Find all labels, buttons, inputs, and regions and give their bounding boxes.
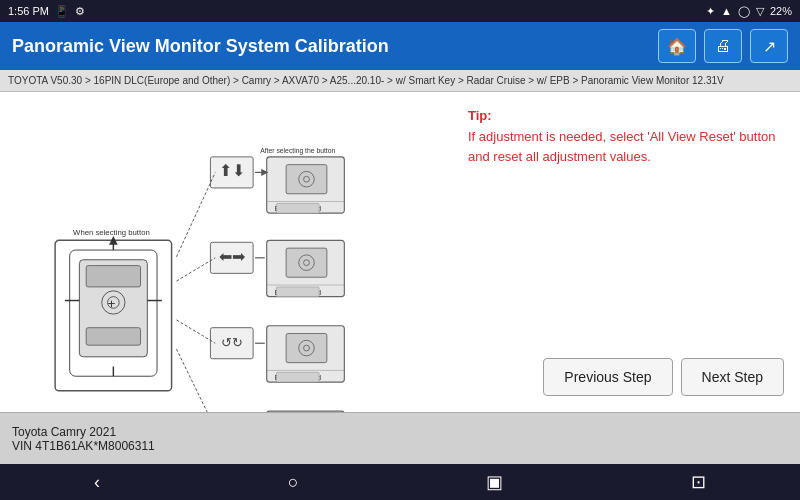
alarm-icon: ▽ (756, 5, 764, 18)
navigation-buttons: Previous Step Next Step (543, 358, 784, 396)
svg-text:+: + (108, 296, 116, 311)
next-step-button[interactable]: Next Step (681, 358, 784, 396)
main-content: When selecting button + ⬆⬇ (0, 92, 800, 412)
svg-text:↺↻: ↺↻ (221, 336, 243, 350)
calibration-diagram: When selecting button + ⬆⬇ (26, 92, 434, 412)
vehicle-info: Toyota Camry 2021 VIN 4T1B61AK*M8006311 (12, 425, 155, 453)
page-title: Panoramic View Monitor System Calibratio… (12, 36, 389, 57)
svg-line-56 (177, 320, 216, 343)
tip-text: If adjustment is needed, select 'All Vie… (468, 127, 784, 166)
svg-line-57 (177, 349, 216, 412)
recent-apps-button[interactable]: ▣ (462, 467, 527, 497)
bottom-navigation-bar: ‹ ○ ▣ ⊡ (0, 464, 800, 500)
home-nav-button[interactable]: ○ (264, 468, 323, 497)
svg-text:⬆⬇: ⬆⬇ (219, 162, 245, 179)
svg-rect-5 (86, 328, 140, 345)
svg-rect-22 (277, 203, 320, 213)
svg-line-55 (177, 258, 216, 281)
svg-rect-17 (286, 165, 327, 194)
vehicle-vin: VIN 4T1B61AK*M8006311 (12, 439, 155, 453)
svg-rect-37 (286, 334, 327, 363)
footer: Toyota Camry 2021 VIN 4T1B61AK*M8006311 (0, 412, 800, 464)
svg-rect-46 (267, 411, 345, 412)
diagram-area: When selecting button + ⬆⬇ (0, 92, 460, 412)
svg-rect-4 (86, 266, 140, 287)
svg-rect-27 (286, 248, 327, 277)
device-icon: 📱 (55, 5, 69, 18)
tip-label: Tip: (468, 108, 784, 123)
svg-rect-42 (277, 372, 320, 382)
screenshot-button[interactable]: ⊡ (667, 467, 730, 497)
settings-icon: ⚙ (75, 5, 85, 18)
svg-line-54 (177, 172, 216, 256)
time-display: 1:56 PM (8, 5, 49, 17)
header-icons: 🏠 🖨 ↗ (658, 29, 788, 63)
status-bar: 1:56 PM 📱 ⚙ ✦ ▲ ◯ ▽ 22% (0, 0, 800, 22)
breadcrumb: TOYOTA V50.30 > 16PIN DLC(Europe and Oth… (0, 70, 800, 92)
back-button[interactable]: ‹ (70, 468, 124, 497)
breadcrumb-text: TOYOTA V50.30 > 16PIN DLC(Europe and Oth… (8, 75, 724, 86)
svg-text:When selecting button: When selecting button (73, 228, 150, 237)
home-button[interactable]: 🏠 (658, 29, 696, 63)
previous-step-button[interactable]: Previous Step (543, 358, 672, 396)
status-left: 1:56 PM 📱 ⚙ (8, 5, 85, 18)
battery-display: 22% (770, 5, 792, 17)
wifi-icon: ◯ (738, 5, 750, 18)
svg-text:⬅➡: ⬅➡ (219, 248, 245, 265)
svg-rect-32 (277, 287, 320, 297)
vehicle-name: Toyota Camry 2021 (12, 425, 155, 439)
status-right: ✦ ▲ ◯ ▽ 22% (706, 5, 792, 18)
export-button[interactable]: ↗ (750, 29, 788, 63)
bluetooth-icon: ✦ (706, 5, 715, 18)
svg-text:After selecting the button: After selecting the button (260, 147, 335, 155)
signal-icon: ▲ (721, 5, 732, 17)
print-button[interactable]: 🖨 (704, 29, 742, 63)
header: Panoramic View Monitor System Calibratio… (0, 22, 800, 70)
